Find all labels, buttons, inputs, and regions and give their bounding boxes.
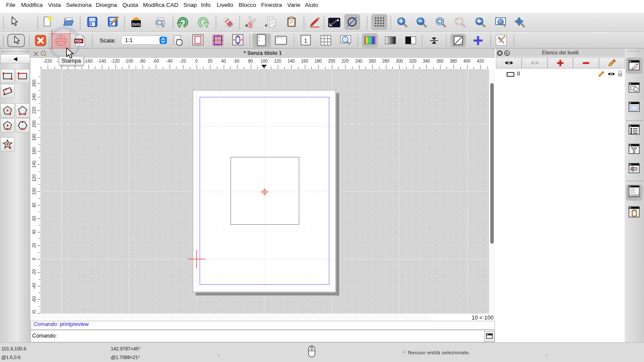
svg-text:1: 1 xyxy=(304,37,307,44)
svg-text:SVG: SVG xyxy=(132,22,140,27)
svg-text:command: command xyxy=(631,195,637,196)
